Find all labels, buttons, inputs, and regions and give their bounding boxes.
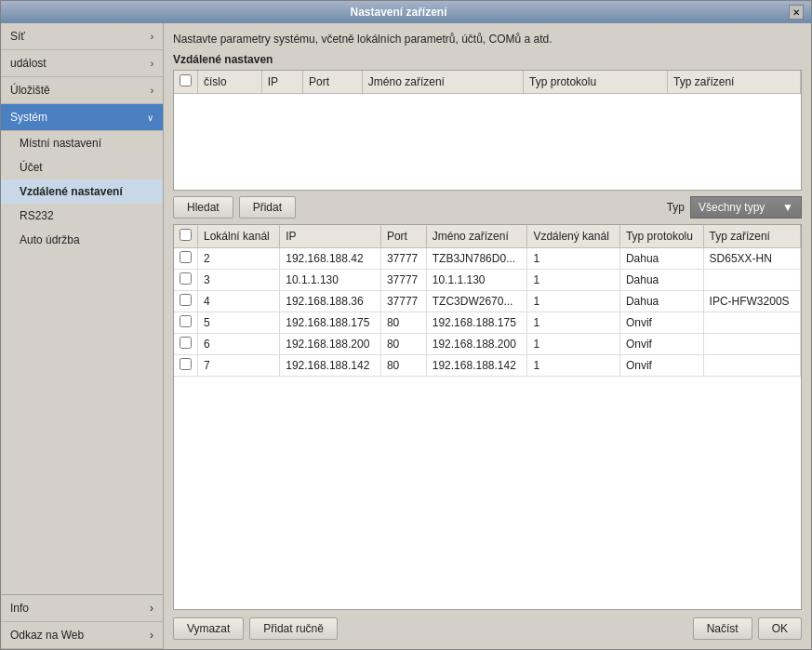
sidebar-item-storage[interactable]: Úložiště › bbox=[1, 77, 163, 104]
cell-name: TZC3DW2670... bbox=[426, 291, 527, 312]
cell-remote-channel: 1 bbox=[527, 270, 619, 291]
type-select[interactable]: Všechny typy ▼ bbox=[690, 196, 802, 219]
cell-port: 37777 bbox=[380, 248, 426, 270]
dropdown-arrow-icon: ▼ bbox=[782, 201, 793, 214]
row-checkbox[interactable] bbox=[180, 294, 192, 306]
cell-local-channel: 5 bbox=[198, 312, 280, 334]
th-protocol-type: Typ protokolu bbox=[524, 71, 668, 94]
table-row: 6 192.168.188.200 80 192.168.188.200 1 O… bbox=[174, 334, 801, 355]
cell-device bbox=[703, 312, 800, 334]
th-checkbox bbox=[174, 71, 198, 94]
add-manual-button[interactable]: Přidat ručně bbox=[249, 617, 338, 640]
row-checkbox[interactable] bbox=[180, 315, 192, 327]
bottom-table-container: Lokální kanál IP Port Jméno zařízení Vzd… bbox=[173, 224, 802, 610]
th-remote-channel: Vzdálený kanál bbox=[527, 225, 619, 248]
top-table-header-row: číslo IP Port Jméno zařízení Typ protoko… bbox=[174, 71, 801, 94]
ok-button[interactable]: OK bbox=[758, 617, 802, 640]
sidebar-item-info[interactable]: Info › bbox=[1, 595, 163, 622]
cell-remote-channel: 1 bbox=[527, 248, 619, 270]
row-checkbox[interactable] bbox=[180, 358, 192, 370]
bottom-toolbar: Vymazat Přidat ručně Načíst OK bbox=[173, 617, 802, 640]
select-all-bottom-checkbox[interactable] bbox=[180, 229, 192, 241]
cell-device: IPC-HFW3200S bbox=[703, 291, 800, 312]
chevron-down-icon: ∨ bbox=[147, 113, 153, 123]
chevron-right-icon: › bbox=[151, 32, 153, 42]
sidebar-item-event[interactable]: událost › bbox=[1, 50, 163, 77]
cell-ip: 10.1.1.130 bbox=[280, 270, 381, 291]
clear-button[interactable]: Vymazat bbox=[173, 617, 244, 640]
cell-ip: 192.168.188.36 bbox=[280, 291, 381, 312]
sidebar-label-storage: Úložiště bbox=[10, 84, 50, 97]
th-protocol-bottom: Typ protokolu bbox=[619, 225, 703, 248]
th-ip-bottom: IP bbox=[280, 225, 381, 248]
sidebar-item-network[interactable]: Síť › bbox=[1, 23, 163, 50]
window-title: Nastavení zařízení bbox=[8, 6, 789, 19]
cell-name: 192.168.188.200 bbox=[426, 334, 527, 355]
cell-device bbox=[703, 334, 800, 355]
th-device-type: Typ zařízení bbox=[668, 71, 801, 94]
sidebar-label-event: událost bbox=[10, 57, 47, 70]
bottom-table: Lokální kanál IP Port Jméno zařízení Vzd… bbox=[174, 225, 801, 377]
chevron-right-icon: › bbox=[150, 629, 153, 642]
cell-protocol: Onvif bbox=[619, 355, 703, 377]
sidebar-item-auto-maintenance[interactable]: Auto údržba bbox=[1, 228, 163, 252]
cell-name: 192.168.188.175 bbox=[426, 312, 527, 334]
sidebar-item-system[interactable]: Systém ∨ bbox=[1, 104, 163, 131]
top-table: číslo IP Port Jméno zařízení Typ protoko… bbox=[174, 71, 801, 94]
sidebar-item-account[interactable]: Účet bbox=[1, 155, 163, 179]
cell-local-channel: 7 bbox=[198, 355, 280, 377]
chevron-right-icon: › bbox=[150, 602, 153, 615]
toolbar: Hledat Přidat Typ Všechny typy ▼ bbox=[173, 196, 802, 219]
sidebar-item-weblink[interactable]: Odkaz na Web › bbox=[1, 622, 163, 649]
cell-remote-channel: 1 bbox=[527, 312, 619, 334]
main-content: Síť › událost › Úložiště › Systém ∨ Míst… bbox=[1, 23, 811, 649]
top-table-container: číslo IP Port Jméno zařízení Typ protoko… bbox=[173, 70, 802, 191]
cell-name: 10.1.1.130 bbox=[426, 270, 527, 291]
table-row: 3 10.1.1.130 37777 10.1.1.130 1 Dahua bbox=[174, 270, 801, 291]
cell-port: 80 bbox=[380, 334, 426, 355]
cell-protocol: Onvif bbox=[619, 334, 703, 355]
cell-device bbox=[703, 355, 800, 377]
table-row: 7 192.168.188.142 80 192.168.188.142 1 O… bbox=[174, 355, 801, 377]
cell-port: 37777 bbox=[380, 291, 426, 312]
description-text: Nastavte parametry systému, včetně lokál… bbox=[173, 33, 802, 46]
select-all-top-checkbox[interactable] bbox=[180, 74, 192, 86]
sidebar-item-rs232[interactable]: RS232 bbox=[1, 204, 163, 228]
add-button[interactable]: Přidat bbox=[239, 196, 296, 219]
cell-local-channel: 3 bbox=[198, 270, 280, 291]
cell-protocol: Dahua bbox=[619, 248, 703, 270]
top-section-title: Vzdálené nastaven bbox=[173, 53, 802, 66]
th-ip: IP bbox=[261, 71, 302, 94]
bottom-table-body: 2 192.168.188.42 37777 TZB3JN786D0... 1 … bbox=[174, 248, 801, 377]
th-device-type-bottom: Typ zařízení bbox=[703, 225, 800, 248]
chevron-right-icon: › bbox=[151, 86, 153, 96]
cell-ip: 192.168.188.200 bbox=[280, 334, 381, 355]
cell-local-channel: 4 bbox=[198, 291, 280, 312]
th-port: Port bbox=[303, 71, 363, 94]
row-checkbox[interactable] bbox=[180, 337, 192, 349]
sidebar-label-weblink: Odkaz na Web bbox=[10, 629, 84, 642]
row-checkbox[interactable] bbox=[180, 251, 192, 263]
main-window: Nastavení zařízení ✕ Síť › událost › Úlo… bbox=[0, 0, 812, 650]
cell-port: 80 bbox=[380, 355, 426, 377]
sidebar-bottom: Info › Odkaz na Web › bbox=[1, 594, 163, 649]
sidebar: Síť › událost › Úložiště › Systém ∨ Míst… bbox=[1, 23, 164, 649]
sidebar-item-remote-settings[interactable]: Vzdálené nastavení bbox=[1, 179, 163, 204]
cell-remote-channel: 1 bbox=[527, 334, 619, 355]
th-device-name: Jméno zařízení bbox=[362, 71, 523, 94]
th-number: číslo bbox=[198, 71, 262, 94]
cell-local-channel: 6 bbox=[198, 334, 280, 355]
close-button[interactable]: ✕ bbox=[789, 5, 804, 20]
cell-remote-channel: 1 bbox=[527, 291, 619, 312]
search-button[interactable]: Hledat bbox=[173, 196, 233, 219]
cell-name: 192.168.188.142 bbox=[426, 355, 527, 377]
th-checkbox-bottom bbox=[174, 225, 198, 248]
cell-protocol: Dahua bbox=[619, 270, 703, 291]
th-port-bottom: Port bbox=[380, 225, 426, 248]
sidebar-item-local-settings[interactable]: Místní nastavení bbox=[1, 131, 163, 155]
cell-name: TZB3JN786D0... bbox=[426, 248, 527, 270]
table-row: 4 192.168.188.36 37777 TZC3DW2670... 1 D… bbox=[174, 291, 801, 312]
row-checkbox[interactable] bbox=[180, 272, 192, 285]
cell-ip: 192.168.188.42 bbox=[280, 248, 381, 270]
load-button[interactable]: Načíst bbox=[693, 617, 752, 640]
